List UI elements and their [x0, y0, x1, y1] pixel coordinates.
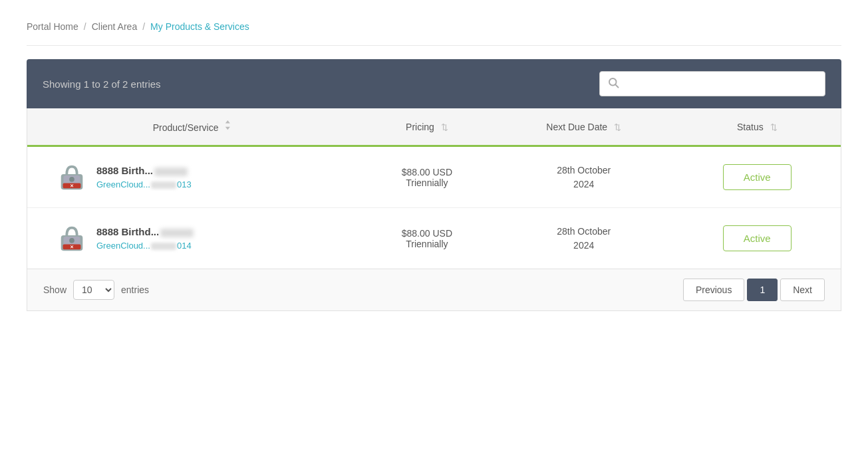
- table-header-row: Product/Service Pricing ⇅ Next: [27, 108, 841, 146]
- pricing-cell: $88.00 USD Triennially: [360, 146, 494, 208]
- breadcrumb-current: My Products & Services: [150, 21, 249, 32]
- due-date-cell: 28th October 2024: [494, 146, 674, 208]
- next-button[interactable]: Next: [780, 279, 825, 301]
- breadcrumb-sep-1: /: [84, 21, 86, 32]
- col-status[interactable]: Status ⇅: [674, 108, 841, 146]
- product-link[interactable]: GreenCloud...014: [96, 241, 192, 251]
- show-label: Show: [43, 285, 67, 295]
- svg-point-6: [69, 177, 74, 182]
- pagination: Previous 1 Next: [683, 279, 825, 301]
- page-1-button[interactable]: 1: [747, 279, 778, 301]
- products-table: Product/Service Pricing ⇅ Next: [27, 108, 841, 269]
- entries-label: Showing 1 to 2 of 2 entries: [43, 78, 161, 90]
- pricing-amount: $88.00 USD: [370, 167, 484, 177]
- due-date-line1: 28th October: [505, 225, 663, 239]
- breadcrumb-portal-home[interactable]: Portal Home: [27, 21, 78, 32]
- search-input[interactable]: [599, 71, 825, 96]
- pricing-period: Triennially: [370, 177, 484, 188]
- breadcrumb-client-area[interactable]: Client Area: [92, 21, 137, 32]
- sort-status-icon: ⇅: [770, 122, 778, 132]
- show-entries: Show 10 25 50 100 entries: [43, 280, 149, 300]
- status-button[interactable]: Active: [723, 225, 792, 251]
- lock-icon: ✕: [58, 221, 86, 255]
- col-pricing[interactable]: Pricing ⇅: [360, 108, 494, 146]
- status-cell: Active: [674, 146, 841, 208]
- col-next-due-date[interactable]: Next Due Date ⇅: [494, 108, 674, 146]
- header-bar: Showing 1 to 2 of 2 entries: [27, 59, 841, 108]
- svg-text:✕: ✕: [70, 183, 74, 188]
- entries-suffix-label: entries: [121, 285, 149, 295]
- table-row: ✕ 8888 Birth... GreenCloud...013 $88.00 …: [27, 146, 841, 208]
- pricing-period: Triennially: [370, 239, 484, 249]
- table-row: ✕ 8888 Birthd... GreenCloud...014 $88.00…: [27, 208, 841, 269]
- breadcrumb-sep-2: /: [142, 21, 145, 32]
- due-date-line1: 28th October: [505, 164, 663, 177]
- search-icon: [607, 76, 619, 91]
- product-link[interactable]: GreenCloud...013: [96, 179, 192, 189]
- col-product-service[interactable]: Product/Service: [27, 108, 360, 146]
- table-footer: Show 10 25 50 100 entries Previous 1 Nex…: [27, 269, 841, 311]
- status-cell: Active: [674, 208, 841, 269]
- due-date-line2: 2024: [505, 239, 663, 253]
- sort-pricing-icon: ⇅: [441, 122, 448, 132]
- product-cell: ✕ 8888 Birth... GreenCloud...013: [27, 146, 360, 208]
- search-box: [599, 71, 825, 96]
- product-cell: ✕ 8888 Birthd... GreenCloud...014: [27, 208, 360, 269]
- entries-per-page-select[interactable]: 10 25 50 100: [73, 280, 114, 300]
- table-container: Product/Service Pricing ⇅ Next: [27, 108, 841, 269]
- lock-icon: ✕: [58, 160, 86, 194]
- svg-line-1: [615, 84, 618, 87]
- sort-date-icon: ⇅: [614, 122, 621, 132]
- pricing-amount: $88.00 USD: [370, 228, 484, 239]
- page-wrapper: Portal Home / Client Area / My Products …: [0, 0, 868, 464]
- svg-text:✕: ✕: [70, 245, 74, 249]
- due-date-line2: 2024: [505, 177, 663, 191]
- product-name: 8888 Birth...: [96, 165, 192, 176]
- svg-point-11: [69, 238, 74, 243]
- breadcrumb: Portal Home / Client Area / My Products …: [27, 13, 841, 46]
- due-date-cell: 28th October 2024: [494, 208, 674, 269]
- pricing-cell: $88.00 USD Triennially: [360, 208, 494, 269]
- previous-button[interactable]: Previous: [683, 279, 744, 301]
- product-name: 8888 Birthd...: [96, 226, 195, 237]
- status-button[interactable]: Active: [723, 164, 792, 190]
- sort-product-icon: [225, 123, 234, 133]
